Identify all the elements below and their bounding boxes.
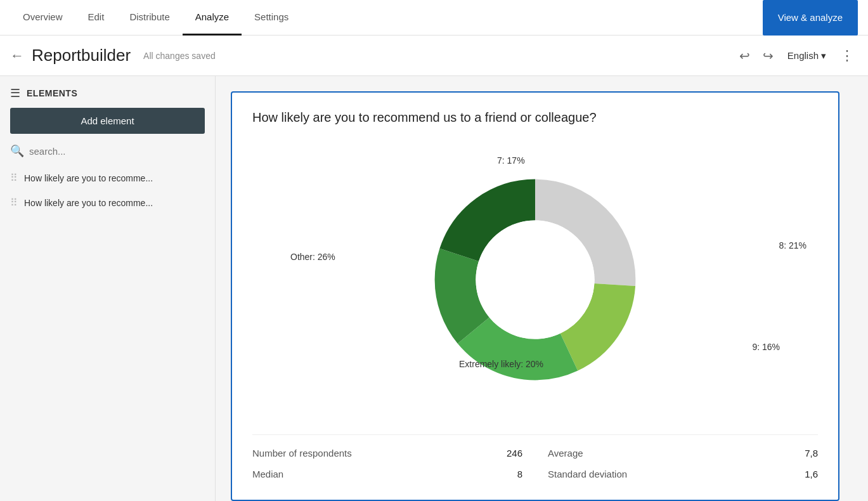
stat-respondents-value: 246 bbox=[507, 448, 522, 459]
back-icon: ← bbox=[10, 48, 24, 64]
redo-button[interactable]: ↪ bbox=[759, 44, 777, 67]
sidebar: ☰ ELEMENTS Add element 🔍 ⠿ How likely ar… bbox=[0, 76, 216, 501]
tab-settings[interactable]: Settings bbox=[242, 1, 301, 36]
add-element-button[interactable]: Add element bbox=[10, 108, 205, 134]
stat-stddev-value: 1,6 bbox=[805, 469, 818, 479]
stat-median: Median 8 bbox=[252, 466, 522, 482]
search-icon: 🔍 bbox=[10, 144, 24, 158]
drag-icon: ⠿ bbox=[10, 197, 18, 209]
sidebar-header: ☰ ELEMENTS bbox=[0, 86, 215, 108]
chart-labels: 7: 17% 8: 21% 9: 16% Extremely likely: 2… bbox=[252, 140, 818, 419]
stat-median-label: Median bbox=[252, 469, 283, 479]
stat-stddev-label: Standard deviation bbox=[548, 469, 627, 479]
label-other: Other: 26% bbox=[290, 252, 335, 262]
undo-button[interactable]: ↩ bbox=[735, 44, 754, 67]
stat-median-value: 8 bbox=[517, 469, 522, 479]
stat-stddev: Standard deviation 1,6 bbox=[548, 466, 818, 482]
saved-status: All changes saved bbox=[143, 51, 735, 61]
nav-tabs: Overview Edit Distribute Analyze Setting… bbox=[10, 0, 763, 35]
language-button[interactable]: English ▾ bbox=[782, 46, 831, 65]
hamburger-icon: ☰ bbox=[10, 86, 20, 100]
drag-icon: ⠿ bbox=[10, 172, 18, 184]
list-item[interactable]: ⠿ How likely are you to recomme... bbox=[0, 166, 215, 190]
stats-row: Number of respondents 246 Median 8 Avera… bbox=[252, 434, 818, 482]
undo-icon: ↩ bbox=[739, 48, 750, 63]
list-item-label: How likely are you to recomme... bbox=[24, 173, 153, 183]
label-extremely-likely: Extremely likely: 20% bbox=[459, 359, 543, 369]
sidebar-items: ⠿ How likely are you to recomme... ⠿ How… bbox=[0, 166, 215, 215]
more-button[interactable]: ⋮ bbox=[836, 44, 858, 68]
tab-distribute[interactable]: Distribute bbox=[117, 1, 182, 36]
elements-label: ELEMENTS bbox=[27, 88, 77, 98]
chevron-down-icon: ▾ bbox=[821, 50, 826, 62]
view-analyze-button[interactable]: View & analyze bbox=[763, 0, 858, 36]
top-nav: Overview Edit Distribute Analyze Setting… bbox=[0, 0, 868, 36]
tab-overview[interactable]: Overview bbox=[10, 1, 75, 36]
chart-card: How likely are you to recommend us to a … bbox=[231, 91, 839, 501]
search-input[interactable] bbox=[29, 146, 205, 157]
stat-respondents: Number of respondents 246 bbox=[252, 445, 522, 461]
language-label: English bbox=[787, 50, 819, 61]
second-header: ← Reportbuilder All changes saved ↩ ↪ En… bbox=[0, 36, 868, 76]
tab-analyze[interactable]: Analyze bbox=[183, 1, 242, 36]
main-layout: ☰ ELEMENTS Add element 🔍 ⠿ How likely ar… bbox=[0, 76, 868, 501]
label-7: 7: 17% bbox=[497, 155, 525, 166]
stats-col-left: Number of respondents 246 Median 8 bbox=[252, 445, 522, 482]
tab-edit[interactable]: Edit bbox=[75, 1, 117, 36]
label-8: 8: 21% bbox=[779, 240, 806, 251]
stat-average-value: 7,8 bbox=[805, 448, 818, 459]
header-actions: ↩ ↪ English ▾ ⋮ bbox=[735, 44, 858, 68]
list-item-label: How likely are you to recomme... bbox=[24, 198, 153, 208]
list-item[interactable]: ⠿ How likely are you to recomme... bbox=[0, 190, 215, 215]
back-button[interactable]: ← bbox=[10, 48, 24, 64]
search-box: 🔍 bbox=[0, 144, 215, 166]
stat-average: Average 7,8 bbox=[548, 445, 818, 461]
stat-respondents-label: Number of respondents bbox=[252, 448, 352, 459]
more-icon: ⋮ bbox=[840, 48, 854, 63]
content-area: How likely are you to recommend us to a … bbox=[216, 76, 868, 501]
label-9: 9: 16% bbox=[752, 342, 780, 352]
redo-icon: ↪ bbox=[763, 48, 774, 63]
chart-container: 7: 17% 8: 21% 9: 16% Extremely likely: 2… bbox=[252, 140, 818, 419]
chart-title: How likely are you to recommend us to a … bbox=[252, 110, 818, 125]
stats-col-right: Average 7,8 Standard deviation 1,6 bbox=[548, 445, 818, 482]
stat-average-label: Average bbox=[548, 448, 583, 459]
report-title: Reportbuilder bbox=[32, 46, 131, 65]
